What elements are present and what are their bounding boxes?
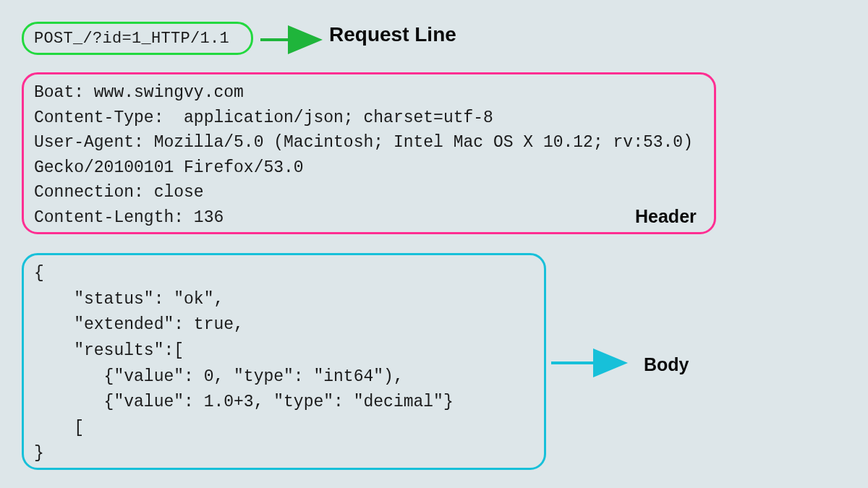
request-line-text: POST_/?id=1_HTTP/1.1 [34,30,229,48]
body-line: [ [34,416,534,442]
header-line: Gecko/20100101 Firefox/53.0 [34,155,704,181]
header-line: Boat: www.swingvy.com [34,80,704,106]
header-label: Header [635,206,697,227]
request-line-label: Request Line [329,23,456,46]
header-box: Boat: www.swingvy.com Content-Type: appl… [22,72,716,234]
header-line: Connection: close [34,180,704,205]
body-line: {"value": 1.0+3, "type": "decimal"} [34,390,534,416]
arrow-right-icon [260,36,326,43]
body-line: } [34,441,534,467]
header-line: User-Agent: Mozilla/5.0 (Macintosh; Inte… [34,130,704,155]
header-line: Content-Type: application/json; charset=… [34,106,704,131]
body-label: Body [644,354,689,375]
body-box: { "status": "ok", "extended": true, "res… [22,253,546,470]
body-line: "status": "ok", [34,287,534,313]
body-line: "results":[ [34,338,534,364]
body-line: "extended": true, [34,312,534,338]
body-line: {"value": 0, "type": "int64"), [34,364,534,390]
arrow-right-icon [551,348,631,377]
request-line-box: POST_/?id=1_HTTP/1.1 [22,22,253,55]
body-line: { [34,261,534,287]
header-line: Content-Length: 136 [34,205,704,231]
